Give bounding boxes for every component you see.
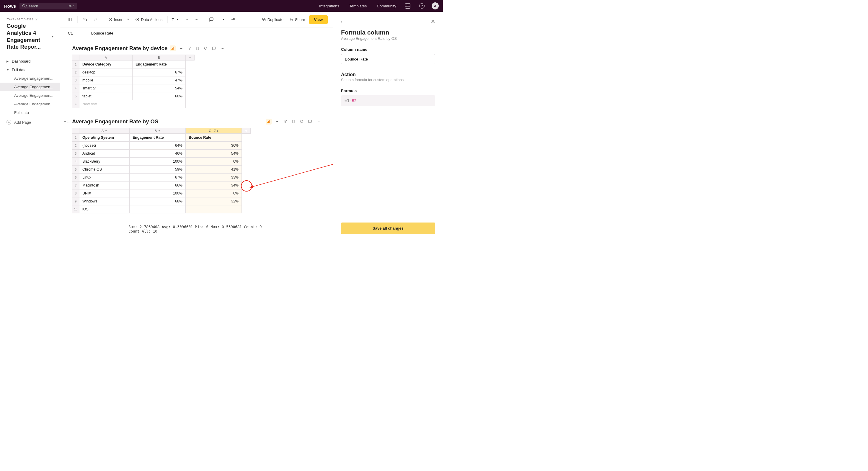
data-cell[interactable]	[130, 206, 186, 213]
search-table-icon[interactable]	[299, 119, 305, 125]
data-cell[interactable]	[186, 206, 242, 213]
filter-icon[interactable]	[186, 45, 192, 51]
data-cell[interactable]: desktop	[80, 68, 132, 76]
redo-button[interactable]	[91, 15, 100, 24]
brand-logo[interactable]: Rows	[4, 4, 16, 8]
data-cell[interactable]: tablet	[80, 92, 132, 100]
breadcrumb[interactable]: rows / templates_2	[0, 17, 60, 21]
new-row-cell[interactable]: New row	[80, 100, 186, 108]
toggle-panel-icon[interactable]	[66, 15, 74, 24]
column-name-input[interactable]	[341, 54, 435, 64]
corner-cell[interactable]	[72, 55, 80, 61]
data-cell[interactable]: 32%	[186, 197, 242, 206]
data-cell[interactable]: Macintosh	[80, 182, 130, 189]
history-button[interactable]: ▼	[218, 15, 226, 24]
data-cell[interactable]: UNIX	[80, 189, 130, 197]
col-header-b[interactable]: B	[132, 55, 186, 61]
data-cell[interactable]: 60%	[132, 92, 186, 100]
sidebar-sub-1[interactable]: Average Engagemen...	[0, 83, 60, 91]
data-cell[interactable]: Windows	[80, 197, 130, 206]
data-cell[interactable]: 100%	[130, 189, 186, 197]
add-column-button[interactable]: +	[186, 55, 194, 61]
share-button[interactable]: Share	[287, 16, 307, 23]
data-cell[interactable]: (not set)	[80, 142, 130, 150]
data-cell[interactable]: 34%	[186, 182, 242, 189]
formula-input[interactable]: =1-B2	[341, 95, 435, 106]
data-cell[interactable]: Chrome OS	[80, 165, 130, 174]
block-handle[interactable]: + ⠿	[64, 119, 70, 124]
sheet-device[interactable]: A B + 1Device CategoryEngagement Rate 2d…	[72, 55, 194, 108]
comment-table-icon[interactable]	[307, 119, 313, 125]
data-cell[interactable]: 0%	[186, 189, 242, 197]
text-format-button[interactable]: T ▼	[170, 15, 180, 24]
table-more-icon[interactable]: ⋯	[315, 119, 321, 125]
nav-templates[interactable]: Templates	[349, 4, 367, 8]
global-search[interactable]: ⌘ K	[20, 3, 77, 9]
chevron-down-icon[interactable]: ▾	[52, 35, 54, 38]
add-column-button[interactable]: +	[242, 128, 251, 134]
table-more-icon[interactable]: ⋯	[219, 45, 225, 51]
data-cell[interactable]: 0%	[186, 158, 242, 165]
help-icon[interactable]: ?	[419, 3, 425, 8]
header-cell[interactable]: Device Category	[80, 61, 132, 68]
add-page-button[interactable]: + Add Page	[0, 117, 60, 127]
data-cell[interactable]: iOS	[80, 206, 130, 213]
close-button[interactable]: ✕	[431, 18, 435, 25]
add-row-button[interactable]: +	[72, 100, 80, 108]
doc-title[interactable]: Google Analytics 4 Engagement Rate Repor…	[6, 23, 52, 51]
data-cell[interactable]: 59%	[130, 165, 186, 174]
corner-cell[interactable]	[72, 128, 80, 134]
data-cell[interactable]: 67%	[130, 174, 186, 182]
header-cell[interactable]: Engagement Rate	[132, 61, 186, 68]
duplicate-button[interactable]: Duplicate	[260, 16, 285, 23]
data-cell[interactable]: 47%	[132, 76, 186, 85]
undo-button[interactable]	[81, 15, 89, 24]
insert-button[interactable]: Insert ▼	[106, 16, 131, 23]
cell-reference[interactable]: C1	[66, 31, 82, 35]
filter-icon[interactable]	[282, 119, 288, 125]
col-header-a[interactable]: A	[80, 55, 132, 61]
sheet-os[interactable]: A▼ B▼ CΣ ▾ + 1Operating SystemEngagement…	[72, 128, 251, 213]
nav-community[interactable]: Community	[377, 4, 396, 8]
data-cell[interactable]: Linux	[80, 174, 130, 182]
align-button[interactable]: ▼	[181, 15, 190, 24]
data-cell[interactable]: mobile	[80, 76, 132, 85]
comment-table-icon[interactable]	[211, 45, 217, 51]
sort-icon[interactable]	[290, 119, 297, 125]
data-cell[interactable]: 64%	[130, 142, 186, 150]
back-button[interactable]: ‹	[341, 19, 343, 25]
col-header-a[interactable]: A▼	[80, 128, 130, 134]
data-actions-button[interactable]: Data Actions	[133, 16, 164, 23]
col-header-c[interactable]: CΣ ▾	[186, 128, 242, 134]
header-cell[interactable]: Operating System	[80, 134, 130, 142]
nav-integrations[interactable]: Integrations	[319, 4, 339, 8]
data-cell[interactable]: 68%	[130, 197, 186, 206]
save-changes-button[interactable]: Save all changes	[341, 222, 435, 234]
col-header-b[interactable]: B▼	[130, 128, 186, 134]
header-cell[interactable]: Bounce Rate	[186, 134, 242, 142]
header-cell[interactable]: Engagement Rate	[130, 134, 186, 142]
table-title[interactable]: Average Engagement Rate by device	[72, 45, 167, 52]
sidebar-sub-4[interactable]: Full data	[0, 108, 60, 117]
data-cell[interactable]: 46%	[130, 150, 186, 158]
table-title[interactable]: Average Engagement Rate by OS	[72, 118, 158, 125]
trend-button[interactable]	[228, 15, 237, 24]
sidebar-sub-2[interactable]: Average Engagemen...	[0, 91, 60, 100]
view-button[interactable]: View	[309, 15, 328, 24]
formula-value[interactable]: Bounce Rate	[91, 31, 113, 35]
data-cell[interactable]: BlackBerry	[80, 158, 130, 165]
gift-icon[interactable]	[405, 3, 410, 8]
search-input[interactable]	[26, 4, 61, 8]
data-cell[interactable]: 33%	[186, 174, 242, 182]
ai-icon[interactable]: ✦	[178, 45, 184, 51]
more-format-button[interactable]: ⋯	[192, 15, 201, 24]
data-cell[interactable]: Android	[80, 150, 130, 158]
ai-icon[interactable]: ✦	[274, 119, 280, 125]
comment-button[interactable]	[207, 15, 216, 24]
sidebar-sub-0[interactable]: Average Engagemen...	[0, 74, 60, 83]
sidebar-item-dashboard[interactable]: ▶ Dashboard	[0, 57, 60, 65]
data-cell[interactable]: 67%	[132, 68, 186, 76]
search-table-icon[interactable]	[203, 45, 209, 51]
data-cell[interactable]: smart tv	[80, 85, 132, 92]
data-cell[interactable]: 54%	[132, 85, 186, 92]
